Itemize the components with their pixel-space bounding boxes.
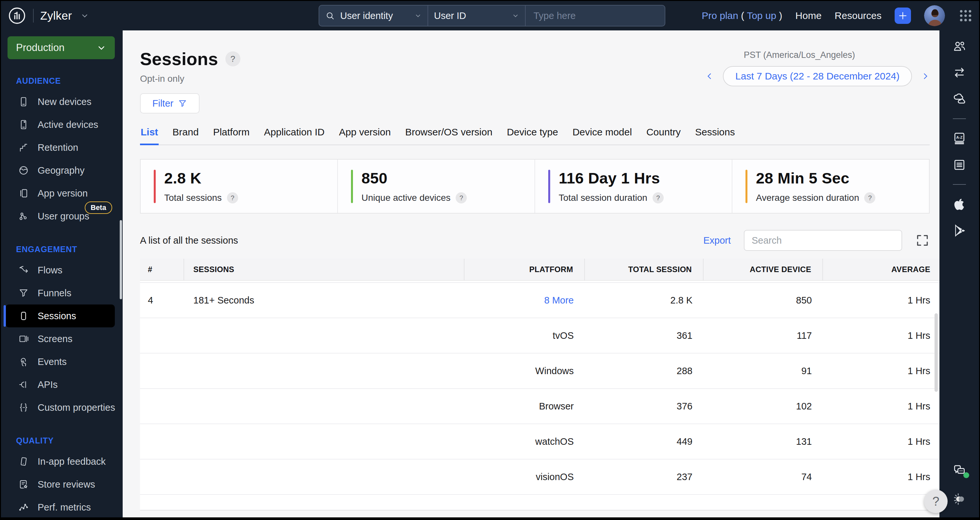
transfer-arrows-icon[interactable] [952,65,967,80]
sidebar-item-label: User groups [38,211,89,222]
table-row-clipped: ........ [140,495,939,510]
topup-link[interactable]: Top up [747,10,776,21]
search-input[interactable] [526,6,665,26]
environment-select[interactable]: Production [8,36,115,59]
column-header-active-device[interactable]: ACTIVE DEVICE [703,259,823,280]
metric-value: 28 Min 5 Sec [756,169,875,187]
sidebar-item-custom-properties[interactable]: Custom properties [6,396,115,419]
sidebar-scrollbar[interactable] [120,220,122,299]
sidebar-item-sessions[interactable]: Sessions [6,304,115,328]
tab-device-type[interactable]: Device type [506,125,559,145]
sidebar-item-perf-metrics[interactable]: Perf. metrics [6,496,115,517]
perf-metrics-icon [18,502,29,513]
tab-browser-os-version[interactable]: Browser/OS version [405,125,493,145]
sidebar-item-store-reviews[interactable]: Store reviews [6,473,115,496]
tab-platform[interactable]: Platform [212,125,250,145]
table-cell: 102 [703,389,823,423]
tab-device-model[interactable]: Device model [572,125,633,145]
sidebar-item-label: Sessions [38,311,76,321]
apis-icon [18,379,29,390]
sidebar-item-events[interactable]: Events [6,350,115,373]
metric-help-icon[interactable]: ? [864,192,875,204]
table-cell: Windows [465,353,585,388]
next-range-chevron-icon[interactable] [921,72,930,80]
column-header-average[interactable]: AVERAGE [823,259,939,280]
title-help-icon[interactable]: ? [225,51,240,67]
fullscreen-icon[interactable] [915,233,930,248]
home-link[interactable]: Home [795,10,822,21]
tab-brand[interactable]: Brand [172,125,199,145]
metric-help-icon[interactable]: ? [456,192,467,204]
timezone-label: PST (America/Los_Angeles) [744,50,855,60]
users-icon[interactable] [952,39,967,53]
more-platforms-link[interactable]: 8 More [544,295,574,306]
filter-button[interactable]: Filter [140,93,199,113]
sidebar-item-label: New devices [38,97,91,107]
glossary-icon[interactable]: A-Z [952,131,967,146]
sidebar-item-active-devices[interactable]: Active devices [6,113,115,136]
apple-icon[interactable] [952,197,967,211]
sidebar-item-funnels[interactable]: Funnels [6,281,115,304]
list-title: A list of all the sessions [140,235,238,246]
table-cell: 1 Hrs [823,353,939,388]
column-header-platform[interactable]: PLATFORM [465,259,585,280]
plan-info[interactable]: Pro plan ( Top up ) [702,10,782,21]
funnel-icon [178,99,187,108]
theme-toggle-icon[interactable] [952,492,967,506]
tab-app-version[interactable]: App version [338,125,391,145]
documents-icon[interactable] [952,157,967,172]
table-row[interactable]: Windows288911 Hrs [140,353,939,389]
add-button[interactable] [895,8,911,24]
help-fab-button[interactable]: ? [924,490,948,513]
search-field-select[interactable]: User ID [428,6,526,26]
table-row[interactable]: watchOS4491311 Hrs [140,424,939,460]
prev-range-chevron-icon[interactable] [705,72,714,80]
table-cell [140,495,184,510]
sidebar-item-user-groups[interactable]: User groupsBeta [6,205,115,227]
table-cell: 1 Hrs [823,318,939,353]
brand-group[interactable]: Zylker [8,6,89,25]
table-cell [184,424,465,459]
metric-card-average-session-duration: 28 Min 5 SecAverage session duration? [732,160,929,213]
export-link[interactable]: Export [703,235,731,246]
metric-cards: 2.8 KTotal sessions?850Unique active dev… [140,159,930,213]
search-scope-select[interactable]: User identity [319,6,428,26]
sidebar-item-geography[interactable]: Geography [6,159,115,182]
tab-country[interactable]: Country [646,125,681,145]
table-row[interactable]: 4181+ Seconds8 More2.8 K8501 Hrs [140,283,939,318]
user-avatar[interactable] [924,5,945,26]
sidebar-item-flows[interactable]: Flows [6,259,115,281]
column-header-sessions[interactable]: SESSIONS [184,259,465,280]
sidebar-item-apis[interactable]: APIs [6,373,115,396]
sidebar-item-retention[interactable]: Retention [6,136,115,159]
column-header-total-session[interactable]: TOTAL SESSION [585,259,703,280]
table-row[interactable]: visionOS237741 Hrs [140,460,939,495]
feedback-chat-icon[interactable] [952,463,967,477]
google-play-icon[interactable] [952,223,967,238]
org-name[interactable]: Zylker [40,9,72,22]
table-cell: 376 [585,389,703,423]
topbar-divider [33,9,34,22]
metric-accent-bar [548,170,550,203]
metric-label: Total sessions [164,192,222,203]
apps-grid-icon[interactable] [958,8,973,23]
table-row-partial[interactable]: ........ [140,495,939,510]
table-row[interactable]: Browser3761021 Hrs [140,389,939,424]
sidebar-item-in-app-feedback[interactable]: In-app feedback [6,450,115,473]
tab-sessions[interactable]: Sessions [694,125,736,145]
sidebar-item-label: Store reviews [38,479,95,490]
rail-divider [953,184,966,185]
sidebar-item-new-devices[interactable]: New devices [6,90,115,113]
table-search-input[interactable] [744,230,902,251]
tab-application-id[interactable]: Application ID [263,125,325,145]
clouds-icon[interactable] [952,92,967,106]
metric-help-icon[interactable]: ? [652,192,664,204]
column-header-[interactable]: # [140,259,184,280]
resources-link[interactable]: Resources [835,10,881,21]
tab-list[interactable]: List [140,125,159,145]
metric-help-icon[interactable]: ? [227,192,238,204]
table-scrollbar[interactable] [934,313,938,392]
table-row[interactable]: tvOS3611171 Hrs [140,318,939,353]
date-range-picker[interactable]: Last 7 Days (22 - 28 December 2024) [723,66,912,86]
sidebar-item-screens[interactable]: Screens [6,328,115,350]
